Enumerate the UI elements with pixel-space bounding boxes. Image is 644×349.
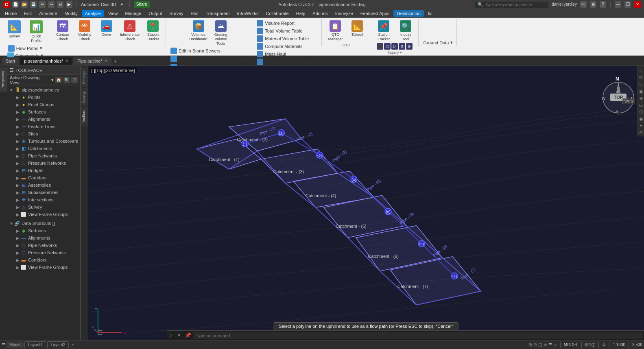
tree-item-surfaces2[interactable]: ▶ ◆ Surfaces xyxy=(7,227,80,234)
ribbon-btn-volume-report[interactable]: Volume Report xyxy=(255,20,319,27)
status-icon-2[interactable]: ⊟ xyxy=(533,342,537,347)
undo-btn[interactable]: ↩ xyxy=(39,1,46,8)
ft-btn-9[interactable]: ⬡ xyxy=(638,108,644,115)
menu-transparent[interactable]: Transparent xyxy=(203,10,233,17)
tree-icon3[interactable]: ? xyxy=(71,77,78,83)
expand-alignments[interactable]: ▶ xyxy=(15,117,20,122)
ribbon-btn-flowpaths[interactable]: Flow Paths ▾ xyxy=(7,45,44,52)
expand-bridges[interactable]: ▶ xyxy=(15,168,20,173)
new-btn[interactable]: 📄 xyxy=(12,1,19,8)
ribbon-btn-takeoff[interactable]: 📐 Takeoff xyxy=(347,20,367,38)
expand-survey[interactable]: ▶ xyxy=(15,205,20,209)
ribbon-btn-edit-storm[interactable]: Edit in Storm Sewers xyxy=(169,47,249,55)
ribbon-btn-contourcheck[interactable]: 🗺 ContourCheck xyxy=(52,20,73,42)
layout2-tab[interactable]: Layout2 xyxy=(47,341,69,348)
expand-alignments2[interactable]: ▶ xyxy=(15,236,20,240)
cmd-icon-3[interactable]: 📌 xyxy=(185,332,192,339)
menu-edit[interactable]: Edit xyxy=(21,10,35,17)
add-layout-btn[interactable]: + xyxy=(70,341,76,349)
ribbon-btn-earthwork[interactable]: Earthwork Plan Production xyxy=(255,58,319,65)
ft-btn-5[interactable]: □ xyxy=(638,81,644,87)
ribbon-btn-edit-storm-san[interactable]: Edit in Storm and Sanitary Analysis xyxy=(169,55,249,63)
menu-view[interactable]: View xyxy=(105,10,121,17)
prospector-vtab[interactable]: Prospector xyxy=(0,68,7,92)
ribbon-btn-compute-materials[interactable]: Compute Materials xyxy=(255,43,319,50)
dropdown-btn[interactable]: ▾ xyxy=(119,1,125,8)
expand-pressurenetworks[interactable]: ▶ xyxy=(15,161,20,166)
status-icon-4[interactable]: ⊕ xyxy=(544,342,547,347)
tree-item-alignments2[interactable]: ▶ — Alignments xyxy=(7,234,80,242)
ground-data-dropdown[interactable]: ▾ xyxy=(450,40,453,45)
expand-points[interactable]: ▶ xyxy=(15,95,20,100)
root-expand[interactable]: ▼ xyxy=(9,88,14,92)
ribbon-btn-station-tracker2[interactable]: 📌 StationTracker xyxy=(373,20,394,42)
inquiry-icon4[interactable]: ⧉ xyxy=(399,43,405,50)
expand-viewframegroups2[interactable]: ▶ xyxy=(15,265,20,270)
tree-item-pipenetworks[interactable]: ▶ ⬡ Pipe Networks xyxy=(7,152,80,159)
ft-btn-10[interactable]: ◉ xyxy=(638,115,644,122)
tree-item-alignments[interactable]: ▶ — Alignments xyxy=(7,116,80,123)
ft-btn-11[interactable]: ✦ xyxy=(638,122,644,129)
ribbon-btn-grading[interactable]: ⛰ GradingVolumeTools xyxy=(211,20,231,46)
tab-pipesandmanholes[interactable]: pipesandmanholes* ✕ xyxy=(20,57,72,65)
tree-icon1[interactable]: 🏠 xyxy=(55,77,62,83)
tree-item-subassemblies[interactable]: ▶ ⊟ Subassemblies xyxy=(7,189,80,196)
ribbon-btn-stationtracker[interactable]: 📍 StationTracker xyxy=(143,20,163,42)
menu-help[interactable]: Help xyxy=(293,10,309,17)
layout1-tab[interactable]: Layout1 xyxy=(24,341,46,348)
ribbon-btn-total-volume[interactable]: Total Volume Table xyxy=(255,27,319,35)
tree-icon2[interactable]: 🔍 xyxy=(63,77,70,83)
tab-start[interactable]: Start xyxy=(2,57,19,65)
minimize-btn[interactable]: — xyxy=(615,1,621,8)
model-tab[interactable]: Model xyxy=(6,342,24,348)
ft-btn-3[interactable]: ↕ xyxy=(638,67,644,73)
tree-item-viewframegroups2[interactable]: ▶ ⬜ View Frame Groups xyxy=(7,264,80,271)
menu-output[interactable]: Output xyxy=(145,10,165,17)
tree-item-bridges[interactable]: ▶ ⊟ Bridges xyxy=(7,167,80,174)
command-input[interactable] xyxy=(193,332,642,339)
search-bar[interactable]: 🔍 xyxy=(475,2,548,8)
expand-pointgroups[interactable]: ▶ xyxy=(15,103,20,107)
expand-surfaces2[interactable]: ▶ xyxy=(15,229,20,233)
menu-featured[interactable]: Featured Apps xyxy=(357,10,393,17)
menu-survey[interactable]: Survey xyxy=(166,10,186,17)
tree-item-points[interactable]: ▶ ● Points xyxy=(7,94,80,101)
ribbon-btn-volumes-dashboard[interactable]: 📦 VolumesDashboard xyxy=(188,20,209,42)
tree-item-intersections[interactable]: ▶ ✤ Intersections xyxy=(7,196,80,203)
inquiry-icon3[interactable]: ▷ xyxy=(391,43,398,50)
inquiry-icon5[interactable]: ⊕ xyxy=(406,43,413,50)
hamburger-icon[interactable]: ☰ xyxy=(10,68,14,73)
expand-featurelines[interactable]: ▶ xyxy=(15,124,20,129)
tree-item-assemblies[interactable]: ▶ ⊞ Assemblies xyxy=(7,181,80,189)
hamburger-status[interactable]: ☰ xyxy=(2,342,5,347)
menu-innovyze[interactable]: Innovyze xyxy=(332,10,356,17)
cad-canvas[interactable]: Pipe - (1) Pipe - (2) Pipe - (3) Pipe - … xyxy=(88,66,644,349)
tree-item-viewframegroups[interactable]: ▶ ⬜ View Frame Groups xyxy=(7,211,80,218)
ribbon-btn-drive[interactable]: 🚗 Drive xyxy=(96,20,117,38)
menu-analyze[interactable]: Analyze xyxy=(82,10,104,17)
ribbon-btn-quickprofile[interactable]: 📊 QuickProfile xyxy=(26,20,46,44)
expand-assemblies[interactable]: ▶ xyxy=(15,183,20,188)
tree-item-corridors[interactable]: ▶ ▬ Corridors xyxy=(7,174,80,181)
flowpaths-dropdown[interactable]: ▾ xyxy=(40,46,42,51)
ft-btn-12[interactable]: ⊕ xyxy=(638,129,644,135)
restore-btn[interactable]: ❐ xyxy=(624,1,631,8)
inquiry-icon1[interactable]: ⬛ xyxy=(377,43,383,50)
tree-item-sites[interactable]: ▶ □ Sites xyxy=(7,130,80,137)
tree-item-datashortcuts[interactable]: ▼ 🔗 Data Shortcuts [] xyxy=(7,220,80,227)
expand-catchments[interactable]: ▶ xyxy=(15,146,20,151)
tree-item-surfaces[interactable]: ▶ ◆ Surfaces xyxy=(7,108,80,116)
open-btn[interactable]: 📂 xyxy=(21,1,28,8)
expand-subassemblies[interactable]: ▶ xyxy=(15,190,20,195)
viewport[interactable]: [-][Top][2D Wireframe] xyxy=(88,66,644,349)
workspace-icon[interactable]: ⚙ xyxy=(602,342,606,347)
tree-item-catchments[interactable]: ▶ ◧ Catchments xyxy=(7,145,80,152)
menu-infraworks[interactable]: InfraWorks xyxy=(234,10,262,17)
settings-icon[interactable]: ⚙ xyxy=(590,1,596,8)
tree-item-pressurenetworks[interactable]: ▶ ⬡ Pressure Networks xyxy=(7,159,80,167)
menu-addins[interactable]: Add-ins xyxy=(309,10,331,17)
ribbon-btn-mass-haul[interactable]: Mass Haul xyxy=(255,50,319,58)
search-input[interactable] xyxy=(485,2,546,7)
ribbon-btn-material-volume[interactable]: Material Volume Table xyxy=(255,35,319,42)
expand-corridors[interactable]: ▶ xyxy=(15,176,20,180)
